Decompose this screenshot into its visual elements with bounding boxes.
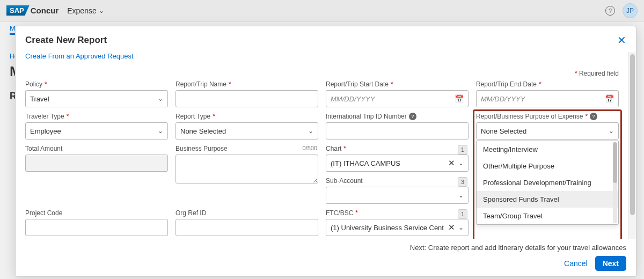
brand-logo: SAP Concur bbox=[6, 5, 58, 16]
chevron-down-icon: ⌄ bbox=[308, 127, 313, 135]
intl-trip-input[interactable] bbox=[326, 122, 469, 140]
end-date-input[interactable]: MM/DD/YYYY📅 bbox=[476, 90, 619, 107]
start-date-input[interactable]: MM/DD/YYYY📅 bbox=[326, 90, 469, 107]
create-from-approved-link[interactable]: Create From an Approved Request bbox=[25, 52, 624, 60]
label-traveler-type: Traveler Type * bbox=[25, 113, 168, 120]
policy-select[interactable]: Travel⌄ bbox=[25, 90, 168, 107]
label-start-date: Report/Trip Start Date * bbox=[326, 80, 469, 88]
field-end-date: Report/Trip End Date * MM/DD/YYYY📅 bbox=[476, 80, 619, 107]
form-grid: Policy * Travel⌄ Report/Trip Name * Repo… bbox=[25, 80, 624, 236]
help-icon[interactable]: ? bbox=[590, 113, 597, 120]
topbar-right: ? JP bbox=[605, 3, 638, 18]
modal-scrollbar[interactable] bbox=[628, 52, 636, 239]
calendar-icon: 📅 bbox=[605, 94, 614, 103]
sap-badge: SAP bbox=[6, 5, 30, 16]
field-policy: Policy * Travel⌄ bbox=[25, 80, 168, 107]
char-counter: 0/500 bbox=[302, 145, 317, 151]
avatar[interactable]: JP bbox=[623, 3, 638, 18]
chevron-down-icon: ⌄ bbox=[99, 7, 104, 14]
expense-menu-label: Expense bbox=[67, 6, 96, 15]
field-sub-account: Sub-Account 3 ⌄ bbox=[326, 177, 469, 204]
sub-account-select[interactable]: ⌄ bbox=[326, 187, 469, 204]
chevron-down-icon: ⌄ bbox=[158, 95, 163, 102]
cancel-button[interactable]: Cancel bbox=[564, 259, 588, 268]
dropdown-item[interactable]: Professional Development/Training bbox=[477, 174, 618, 191]
modal-body-wrap: Create From an Approved Request * Requir… bbox=[16, 52, 636, 239]
calendar-icon: 📅 bbox=[455, 94, 464, 103]
dropdown-scrollbar[interactable] bbox=[613, 142, 617, 223]
footer-buttons: Cancel Next bbox=[564, 256, 626, 271]
expense-menu[interactable]: Expense ⌄ bbox=[67, 6, 104, 15]
label-intl-trip: International Trip ID Number ? bbox=[326, 113, 469, 120]
trip-name-input[interactable] bbox=[175, 90, 318, 107]
next-button[interactable]: Next bbox=[595, 256, 626, 271]
ftc-bsc-select[interactable]: (1) University Business Service Cent✕⌄ bbox=[326, 219, 469, 236]
purpose-dropdown: Meeting/Interview Other/Multiple Purpose… bbox=[476, 141, 619, 225]
dropdown-item[interactable]: Other/Multiple Purpose bbox=[477, 158, 618, 174]
business-purpose-textarea[interactable] bbox=[175, 155, 318, 183]
field-org-ref: Org Ref ID bbox=[175, 209, 318, 236]
field-chart: Chart * 1 (IT) ITHACA CAMPUS✕⌄ bbox=[326, 145, 469, 172]
label-chart: Chart * bbox=[326, 145, 469, 152]
create-report-modal: Create New Report ✕ Create From an Appro… bbox=[15, 26, 636, 277]
modal-body: Create From an Approved Request * Requir… bbox=[16, 52, 628, 239]
dropdown-item[interactable]: Sponsored Funds Travel bbox=[477, 191, 618, 208]
field-business-purpose: Business Purpose 0/500 bbox=[175, 145, 318, 204]
modal-header: Create New Report ✕ bbox=[16, 26, 636, 52]
modal-footer: Next: Create report and add itinerary de… bbox=[16, 239, 636, 276]
label-trip-name: Report/Trip Name * bbox=[175, 80, 318, 88]
badge-count: 3 bbox=[458, 177, 467, 187]
chevron-down-icon: ⌄ bbox=[609, 127, 614, 135]
badge-count: 1 bbox=[458, 145, 467, 155]
label-total-amount: Total Amount bbox=[25, 145, 168, 152]
required-note: * Required field bbox=[25, 70, 624, 77]
field-traveler-type: Traveler Type * Employee⌄ bbox=[25, 113, 168, 140]
label-org-ref: Org Ref ID bbox=[175, 209, 318, 217]
clear-icon[interactable]: ✕ bbox=[448, 158, 455, 168]
purpose-select[interactable]: None Selected⌄ bbox=[476, 122, 619, 140]
report-type-select[interactable]: None Selected⌄ bbox=[175, 122, 318, 140]
chevron-down-icon: ⌄ bbox=[458, 224, 464, 231]
modal-title: Create New Report bbox=[25, 35, 107, 46]
close-icon[interactable]: ✕ bbox=[617, 34, 626, 47]
help-icon[interactable]: ? bbox=[409, 113, 416, 120]
chevron-down-icon: ⌄ bbox=[458, 159, 464, 167]
clear-icon[interactable]: ✕ bbox=[448, 223, 455, 232]
dropdown-item[interactable]: Team/Group Travel bbox=[477, 208, 618, 224]
field-purpose: Report/Business Purpose of Expense * ? N… bbox=[474, 111, 621, 239]
label-report-type: Report Type * bbox=[175, 113, 318, 120]
topbar-left: SAP Concur Expense ⌄ bbox=[6, 5, 104, 16]
label-purpose: Report/Business Purpose of Expense * ? bbox=[476, 113, 619, 120]
field-trip-name: Report/Trip Name * bbox=[175, 80, 318, 107]
badge-count: 1 bbox=[458, 209, 467, 219]
label-business-purpose: Business Purpose bbox=[175, 145, 318, 152]
footer-text: Next: Create report and add itinerary de… bbox=[410, 244, 626, 252]
label-policy: Policy * bbox=[25, 80, 168, 88]
field-total-amount: Total Amount bbox=[25, 145, 168, 172]
field-project-code: Project Code bbox=[25, 209, 168, 236]
org-ref-input[interactable] bbox=[175, 219, 318, 236]
label-ftc-bsc: FTC/BSC * bbox=[326, 209, 469, 217]
label-project-code: Project Code bbox=[25, 209, 168, 217]
label-sub-account: Sub-Account bbox=[326, 177, 469, 185]
chevron-down-icon: ⌄ bbox=[158, 127, 163, 135]
label-end-date: Report/Trip End Date * bbox=[476, 80, 619, 88]
top-bar: SAP Concur Expense ⌄ ? JP bbox=[0, 0, 644, 21]
concur-text: Concur bbox=[31, 6, 59, 15]
project-code-input[interactable] bbox=[25, 219, 168, 236]
help-icon[interactable]: ? bbox=[605, 6, 615, 16]
total-amount-display bbox=[25, 155, 168, 172]
dropdown-item[interactable]: Meeting/Interview bbox=[477, 141, 618, 158]
traveler-type-select[interactable]: Employee⌄ bbox=[25, 122, 168, 140]
chevron-down-icon: ⌄ bbox=[458, 192, 464, 199]
field-start-date: Report/Trip Start Date * MM/DD/YYYY📅 bbox=[326, 80, 469, 107]
field-report-type: Report Type * None Selected⌄ bbox=[175, 113, 318, 140]
chart-select[interactable]: (IT) ITHACA CAMPUS✕⌄ bbox=[326, 155, 469, 172]
field-ftc-bsc: FTC/BSC * 1 (1) University Business Serv… bbox=[326, 209, 469, 236]
field-intl-trip: International Trip ID Number ? bbox=[326, 113, 469, 140]
